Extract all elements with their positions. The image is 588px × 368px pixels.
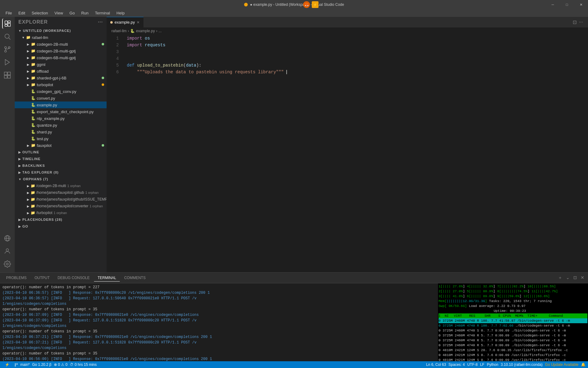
folder-codegen-2b-multi[interactable]: ▶ 📁 codegen-2B-multi [15, 41, 107, 48]
time-indicator[interactable]: ⏱ 0 hrs 15 mins [70, 362, 96, 367]
source-control-activity-icon[interactable] [2, 44, 13, 55]
file-export[interactable]: ▶ 🐍 export_state_dict_checkpoint.py [15, 108, 107, 115]
remote-activity-icon[interactable] [2, 233, 13, 243]
menu-edit[interactable]: Edit [16, 10, 28, 16]
svg-rect-0 [5, 21, 7, 24]
folder-offload[interactable]: ▶ 📁 offload [15, 68, 107, 75]
file-example[interactable]: ▶ 🐍 example.py [15, 102, 107, 108]
code-content[interactable]: import os import requests def upload_to_… [122, 34, 588, 272]
orphan-issue-template[interactable]: ▶ 📁 /home/james/fauxpilot/github/ISSUE_T… [15, 196, 107, 203]
extensions-activity-icon[interactable] [2, 70, 13, 80]
folder-ggml[interactable]: ▶ 📁 ggml [15, 61, 107, 68]
go-version-indicator[interactable]: Go 1.20.2 β [32, 362, 51, 367]
python-file-icon: 🐍 [31, 102, 36, 107]
remote-indicator[interactable]: ⚡ [2, 362, 12, 367]
file-test[interactable]: ▶ 🐍 test.py [15, 135, 107, 142]
section-chevron: ▶ [18, 218, 21, 221]
menu-terminal[interactable]: Terminal [92, 10, 112, 16]
orphans-section[interactable]: ▼ ORPHANS (7) [15, 176, 107, 182]
file-shard[interactable]: ▶ 🐍 shard.py [15, 128, 107, 135]
section-label: ORPHANS (7) [23, 177, 48, 181]
close-button[interactable]: ✕ [574, 0, 588, 9]
editor-tab-example[interactable]: example.py ✕ [107, 17, 144, 28]
orphan-turbopilot[interactable]: ▶ 📁 /turbopilot 1 orphan [15, 209, 107, 216]
menu-selection[interactable]: Selection [29, 10, 50, 16]
section-chevron: ▼ [18, 178, 22, 181]
backlinks-section[interactable]: ▶ BACKLINKS [15, 162, 107, 169]
file-nlp[interactable]: ▶ 🐍 nlp_example.py [15, 115, 107, 122]
tag-explorer-section[interactable]: ▶ TAG EXPLORER (0) [15, 169, 107, 176]
breadcrumb-workspace[interactable]: rafael-llm [111, 29, 126, 33]
error-indicator[interactable]: ⊗ 0 ⚠ 0 [54, 362, 67, 367]
folder-turbopilot[interactable]: ▶ 📁 turbopilot [15, 81, 107, 88]
breadcrumb-symbol[interactable]: ... [159, 29, 162, 33]
menu-file[interactable]: File [3, 10, 14, 16]
folder-sharded[interactable]: ▶ 📁 sharded-gpt-j-6B [15, 75, 107, 81]
menu-run[interactable]: Run [79, 10, 91, 16]
code-editor-main[interactable]: 1 2 3 4 5 6 import os import requests de… [107, 34, 588, 272]
file-quantize[interactable]: ▶ 🐍 quantize.py [15, 122, 107, 128]
search-activity-icon[interactable] [2, 31, 13, 42]
svg-line-5 [9, 38, 11, 40]
orphan-converter[interactable]: ▶ 📁 /home/james/fauxpilot/converter 1 or… [15, 203, 107, 209]
folder-rafael-llm[interactable]: ▼ 📁 rafael-llm [15, 34, 107, 41]
code-line-3 [127, 48, 588, 55]
explorer-activity-icon[interactable] [2, 18, 13, 29]
maximize-button[interactable]: □ [560, 0, 574, 9]
python-file-icon: 🐍 [31, 109, 36, 114]
debug-activity-icon[interactable] [2, 57, 13, 67]
placeholders-section[interactable]: ▶ PLACEHOLDERS (28) [15, 216, 107, 223]
folder-codegen-2b-multi-gptj[interactable]: ▶ 📁 codegen-2B-multi-gptj [15, 48, 107, 54]
sidebar-menu-icon[interactable]: ··· [98, 19, 103, 25]
firefox-icon[interactable]: 🦊 [303, 1, 310, 8]
spaces-indicator[interactable]: Spaces: 4 [448, 362, 465, 367]
go-update-indicator[interactable]: Go Update Available [545, 362, 579, 367]
terminal-output[interactable]: operator(): number of tokens in prompt =… [0, 283, 438, 361]
orphan-fauxpilot-github[interactable]: ▶ 📁 /home/james/fauxpilot/.github 1 orph… [15, 189, 107, 196]
file-codegen-gptj-conv[interactable]: ▶ 🐍 codegen_gptj_conv.py [15, 88, 107, 95]
notification-bell-icon[interactable]: 🔔 [581, 362, 586, 367]
svg-rect-12 [8, 75, 10, 78]
go-section[interactable]: ▶ GO [15, 223, 107, 230]
tab-debug-console[interactable]: DEBUG CONSOLE [54, 274, 93, 281]
term-line: (2023-04-10 06:37:21) [INFO ] Request: 1… [2, 340, 435, 345]
orphan-codegen-2b[interactable]: ▶ 📁 /codegen-2B-multi 1 orphan [15, 182, 107, 189]
folder-fauxpilot[interactable]: ▶ 📁 fauxpilot [15, 142, 107, 149]
terminal-more-icon[interactable]: ⌄ [565, 274, 571, 281]
tab-problems[interactable]: PROBLEMS [2, 274, 30, 281]
line-ending-indicator[interactable]: LF [480, 362, 484, 367]
app-icon[interactable]: ⚡ [312, 1, 318, 8]
more-actions-icon[interactable]: ··· [579, 19, 583, 25]
settings-activity-icon[interactable] [2, 259, 13, 269]
branch-indicator[interactable]: main* [14, 362, 30, 367]
cursor-position-indicator[interactable]: Ln 6, Col 63 [426, 362, 446, 367]
timeline-section[interactable]: ▶ TIMELINE [15, 155, 107, 162]
account-activity-icon[interactable] [2, 246, 13, 256]
tab-output[interactable]: OUTPUT [31, 274, 53, 281]
minimize-button[interactable]: ─ [546, 0, 560, 9]
language-indicator[interactable]: Python [487, 362, 498, 367]
terminal-split-icon[interactable]: ⊡ [572, 274, 578, 281]
split-editor-icon[interactable]: ⊡ [573, 19, 577, 25]
svg-point-4 [5, 34, 9, 38]
window-title: ● example.py - Untitled (Workspace) - Vi… [250, 2, 344, 7]
workspace-title: UNTITLED (WORKSPACE) [23, 29, 71, 33]
encoding-indicator[interactable]: UTF-8 [467, 362, 478, 367]
svg-point-16 [6, 263, 8, 265]
tab-close-icon[interactable]: ✕ [137, 20, 140, 25]
breadcrumb-file[interactable]: example.py [136, 29, 155, 33]
menu-go[interactable]: Go [67, 10, 77, 16]
term-line: (2023-04-10 06:37:09) [INFO ] Response: … [2, 312, 435, 318]
menu-view[interactable]: View [52, 10, 66, 16]
orphan-label: 📁 /home/james/fauxpilot/converter [31, 204, 88, 208]
file-convert[interactable]: ▶ 🐍 convert.py [15, 95, 107, 102]
menu-help[interactable]: Help [114, 10, 127, 16]
add-terminal-icon[interactable]: ＋ [557, 274, 564, 281]
workspace-header[interactable]: ▼ UNTITLED (WORKSPACE) [15, 27, 107, 34]
outline-section[interactable]: ▶ OUTLINE [15, 149, 107, 155]
tab-terminal[interactable]: TERMINAL [94, 274, 120, 282]
terminal-close-icon[interactable]: ✕ [579, 274, 586, 281]
python-env-indicator[interactable]: 3.10.10 (rafael-llm:conda) [501, 362, 543, 367]
folder-codegen-6b-multi-gptj[interactable]: ▶ 📁 codegen-6B-multi-gptj [15, 54, 107, 61]
tab-comments[interactable]: COMMENTS [120, 274, 149, 281]
